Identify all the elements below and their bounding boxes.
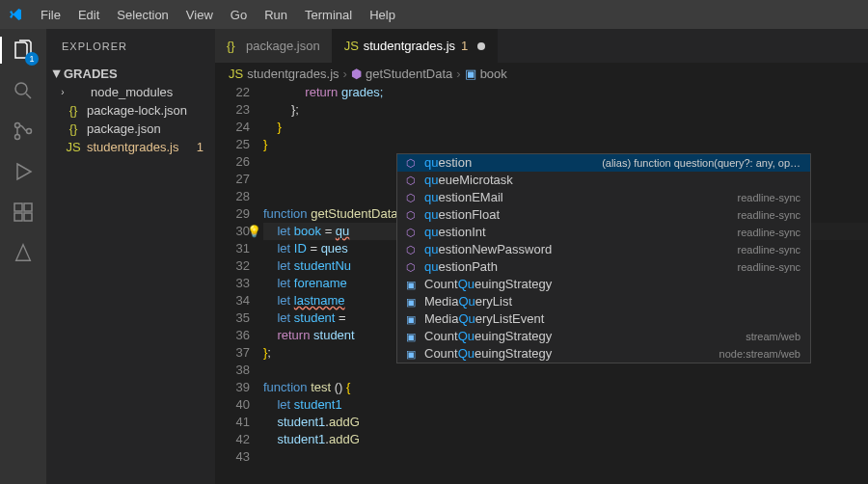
svg-rect-7 — [24, 213, 32, 221]
svg-point-0 — [15, 83, 27, 94]
titlebar: FileEditSelectionViewGoRunTerminalHelp — [0, 0, 868, 29]
suggestion-item[interactable]: ⬡questionEMailreadline-sync — [397, 189, 810, 206]
sidebar-section-header[interactable]: ▶ GRADES — [46, 65, 215, 83]
chevron-right-icon: › — [343, 67, 347, 81]
suggestion-detail: readline-sync — [738, 206, 804, 224]
code-line[interactable] — [263, 362, 868, 379]
menu-view[interactable]: View — [178, 4, 221, 26]
suggestion-detail: readline-sync — [738, 241, 804, 258]
extensions-icon[interactable] — [10, 199, 37, 226]
suggestion-item[interactable]: ▣CountQueuingStrategystream/web — [397, 328, 810, 345]
menu-run[interactable]: Run — [257, 4, 295, 26]
tree-label: node_modules — [91, 85, 173, 99]
json-file-icon: {} — [66, 103, 81, 118]
menu-go[interactable]: Go — [223, 4, 255, 26]
azure-icon[interactable] — [10, 239, 37, 266]
explorer-badge: 1 — [25, 52, 39, 66]
breadcrumb-file[interactable]: studentgrades.js — [247, 67, 339, 81]
suggestion-item[interactable]: ⬡questionFloatreadline-sync — [397, 206, 810, 224]
breadcrumb[interactable]: JS studentgrades.js › ⬢ getStudentData ›… — [215, 63, 868, 84]
suggestion-item[interactable]: ▣CountQueuingStrategy — [397, 276, 810, 293]
suggestion-item[interactable]: ⬡questionPathreadline-sync — [397, 258, 810, 276]
tab-problems: 1 — [461, 39, 468, 53]
menu-selection[interactable]: Selection — [109, 4, 176, 26]
dirty-indicator-icon — [477, 42, 485, 50]
tree-item[interactable]: {}package-lock.json — [46, 101, 215, 120]
minimap[interactable] — [810, 84, 868, 484]
sidebar-title: EXPLORER — [46, 29, 215, 63]
variable-icon: ▣ — [403, 276, 419, 293]
tab-label: package.json — [246, 39, 320, 53]
tree-item[interactable]: ›node_modules — [46, 83, 215, 101]
method-icon: ⬡ — [403, 189, 419, 206]
suggestion-label: CountQueuingStrategy — [424, 328, 746, 345]
tab-label: studentgrades.js — [364, 39, 455, 53]
code-content[interactable]: return grades; }; }}function getStudentD… — [263, 84, 868, 484]
suggestion-label: questionEMail — [424, 189, 738, 206]
explorer-icon[interactable]: 1 — [10, 37, 37, 64]
source-control-icon[interactable] — [10, 118, 37, 145]
variable-icon: ▣ — [403, 328, 419, 345]
code-line[interactable]: student1.addG — [263, 431, 868, 448]
line-gutter: 2223242526272829303132333435363738394041… — [215, 84, 263, 484]
tree-label: studentgrades.js — [87, 140, 178, 154]
tree-label: package.json — [87, 121, 161, 136]
variable-icon: ▣ — [403, 310, 419, 328]
suggestion-item[interactable]: ⬡queueMicrotask — [397, 172, 810, 189]
breadcrumb-var[interactable]: book — [480, 67, 507, 81]
svg-point-3 — [27, 129, 32, 134]
js-file-icon: JS — [229, 67, 243, 81]
run-debug-icon[interactable] — [10, 158, 37, 185]
tree-item[interactable]: JSstudentgrades.js1 — [46, 138, 215, 156]
code-line[interactable]: let student1 — [263, 396, 868, 414]
code-line[interactable]: function test () { — [263, 379, 868, 396]
problems-badge: 1 — [197, 140, 207, 154]
method-icon: ⬡ — [403, 172, 419, 189]
menu-file[interactable]: File — [33, 4, 68, 26]
search-icon[interactable] — [10, 77, 37, 104]
tab-bar: {}package.jsonJSstudentgrades.js 1 — [215, 29, 868, 63]
tab[interactable]: {}package.json — [215, 29, 333, 63]
suggestion-label: questionNewPassword — [424, 241, 738, 258]
variable-icon: ▣ — [403, 345, 419, 363]
js-file-icon: JS — [66, 140, 81, 154]
suggestion-item[interactable]: ▣MediaQueryList — [397, 293, 810, 310]
suggestion-label: question — [424, 154, 602, 172]
code-line[interactable]: student1.addG — [263, 414, 868, 431]
suggestion-label: MediaQueryListEvent — [424, 310, 800, 328]
code-line[interactable]: } — [263, 136, 868, 153]
menu-edit[interactable]: Edit — [70, 4, 107, 26]
svg-point-2 — [15, 135, 20, 140]
suggestion-item[interactable]: ▣MediaQueryListEvent — [397, 310, 810, 328]
suggestion-detail: stream/web — [746, 328, 804, 345]
method-icon: ⬡ — [403, 258, 419, 276]
activitybar: 1 — [0, 29, 46, 484]
suggestion-label: queueMicrotask — [424, 172, 800, 189]
menubar: FileEditSelectionViewGoRunTerminalHelp — [33, 4, 403, 26]
chevron-down-icon: ▶ — [52, 67, 63, 81]
method-icon: ⬡ — [403, 154, 419, 172]
code-line[interactable]: }; — [263, 101, 868, 119]
js-file-icon: JS — [344, 39, 358, 53]
code-editor[interactable]: 2223242526272829303132333435363738394041… — [215, 84, 868, 484]
method-icon: ⬡ — [403, 241, 419, 258]
method-icon: ⬡ — [403, 206, 419, 224]
breadcrumb-function[interactable]: getStudentData — [366, 67, 452, 81]
menu-help[interactable]: Help — [362, 4, 403, 26]
tab[interactable]: JSstudentgrades.js 1 — [333, 29, 499, 63]
lightbulb-icon[interactable]: 💡 — [247, 223, 261, 240]
svg-point-1 — [15, 123, 20, 128]
suggestion-item[interactable]: ⬡question(alias) function question(query… — [397, 154, 810, 172]
tree-item[interactable]: {}package.json — [46, 120, 215, 138]
suggestion-item[interactable]: ⬡questionIntreadline-sync — [397, 224, 810, 241]
intellisense-popup[interactable]: ⬡question(alias) function question(query… — [396, 153, 811, 363]
suggestion-item[interactable]: ▣CountQueuingStrategynode:stream/web — [397, 345, 810, 363]
method-icon: ⬢ — [351, 67, 362, 81]
suggestion-detail: node:stream/web — [719, 345, 804, 363]
code-line[interactable]: } — [263, 119, 868, 136]
tree-label: package-lock.json — [87, 103, 187, 118]
menu-terminal[interactable]: Terminal — [297, 4, 360, 26]
code-line[interactable] — [263, 448, 868, 466]
code-line[interactable]: return grades; — [263, 84, 868, 101]
suggestion-item[interactable]: ⬡questionNewPasswordreadline-sync — [397, 241, 810, 258]
